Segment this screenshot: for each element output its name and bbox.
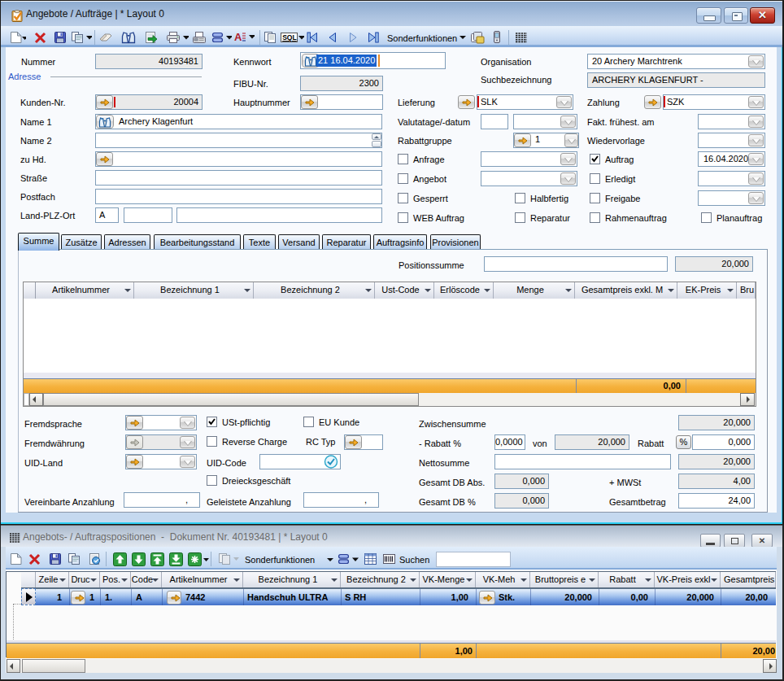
svg-text:SQL: SQL <box>282 33 296 41</box>
svg-text:A: A <box>234 31 242 43</box>
